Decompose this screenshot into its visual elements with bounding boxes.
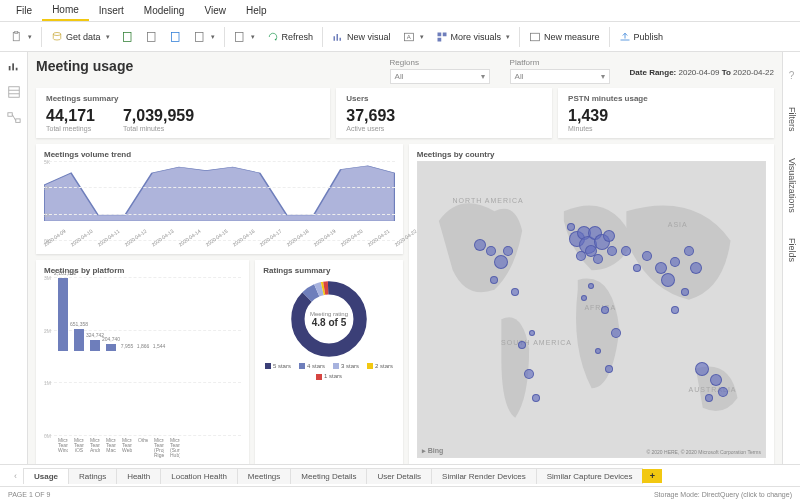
menu-home[interactable]: Home xyxy=(42,0,89,21)
sql-server-button[interactable] xyxy=(141,28,163,46)
svg-rect-6 xyxy=(195,32,203,41)
svg-rect-14 xyxy=(442,32,446,36)
svg-rect-1 xyxy=(15,31,18,33)
svg-rect-8 xyxy=(334,36,336,41)
report-canvas[interactable]: Meeting usage Regions All▾ Platform All▾… xyxy=(28,52,782,464)
regions-slicer[interactable]: Regions All▾ xyxy=(390,58,490,84)
filters-pane-tab[interactable]: Filters xyxy=(787,107,797,132)
svg-rect-20 xyxy=(8,87,19,98)
menu-view[interactable]: View xyxy=(194,1,236,20)
svg-point-2 xyxy=(53,32,61,35)
map-attribution: © 2020 HERE, © 2020 Microsoft Corporatio… xyxy=(646,449,761,455)
page-indicator: PAGE 1 OF 9 xyxy=(8,491,50,498)
svg-rect-18 xyxy=(12,63,14,70)
menu-help[interactable]: Help xyxy=(236,1,277,20)
view-switcher xyxy=(0,52,28,464)
ribbon: Get data Refresh New visual A More visua… xyxy=(0,22,800,52)
volume-trend-visual[interactable]: Meetings volume trend 5K3K1K0K 2020-04-0… xyxy=(36,144,403,254)
right-pane-tabs: ? Filters Visualizations Fields xyxy=(782,52,800,464)
map-visual[interactable]: Meetings by country NORTH AMERICA SOUTH … xyxy=(409,144,774,464)
model-view-icon[interactable] xyxy=(6,110,22,126)
chevron-down-icon: ▾ xyxy=(481,72,485,81)
svg-rect-3 xyxy=(123,32,131,41)
paste-button[interactable] xyxy=(6,28,37,46)
publish-button[interactable]: Publish xyxy=(614,28,669,46)
more-visuals-button[interactable]: More visuals xyxy=(431,28,516,46)
bing-logo: ▸ Bing xyxy=(422,447,444,455)
tab-health[interactable]: Health xyxy=(116,468,161,484)
svg-rect-24 xyxy=(15,119,19,123)
svg-rect-13 xyxy=(437,32,441,36)
data-view-icon[interactable] xyxy=(6,84,22,100)
svg-rect-0 xyxy=(13,32,19,40)
meetings-summary-card[interactable]: Meetings summary 44,171Total meetings 7,… xyxy=(36,88,330,138)
menu-insert[interactable]: Insert xyxy=(89,1,134,20)
svg-rect-7 xyxy=(235,32,243,41)
menu-file[interactable]: File xyxy=(6,1,42,20)
svg-rect-16 xyxy=(531,33,540,41)
new-visual-button[interactable]: New visual xyxy=(327,28,396,46)
svg-rect-17 xyxy=(8,66,10,70)
add-page-button[interactable]: + xyxy=(642,469,662,483)
tab-prev-icon[interactable]: ‹ xyxy=(14,471,17,481)
svg-rect-19 xyxy=(15,68,17,71)
page-title: Meeting usage xyxy=(36,58,370,74)
fields-pane-tab[interactable]: Fields xyxy=(787,238,797,262)
text-box-button[interactable]: A xyxy=(398,28,429,46)
svg-rect-9 xyxy=(337,34,339,41)
date-range: Date Range: 2020-04-09 To 2020-04-22 xyxy=(630,68,774,77)
report-view-icon[interactable] xyxy=(6,58,22,74)
transform-data-button[interactable] xyxy=(229,28,260,46)
svg-rect-5 xyxy=(171,32,179,41)
new-measure-button[interactable]: New measure xyxy=(524,28,605,46)
tab-similar-render-devices[interactable]: Similar Render Devices xyxy=(431,468,537,484)
svg-rect-10 xyxy=(340,37,342,40)
menu-modeling[interactable]: Modeling xyxy=(134,1,195,20)
refresh-button[interactable]: Refresh xyxy=(262,28,319,46)
tab-ratings[interactable]: Ratings xyxy=(68,468,117,484)
status-bar: PAGE 1 OF 9 Storage Mode: DirectQuery (c… xyxy=(0,486,800,502)
tab-similar-capture-devices[interactable]: Similar Capture Devices xyxy=(536,468,644,484)
users-card[interactable]: Users 37,693Active users xyxy=(336,88,552,138)
chevron-down-icon: ▾ xyxy=(601,72,605,81)
help-icon[interactable]: ? xyxy=(789,70,795,81)
tab-meeting-details[interactable]: Meeting Details xyxy=(290,468,367,484)
svg-rect-23 xyxy=(7,113,11,117)
svg-line-25 xyxy=(12,115,16,121)
recent-sources-button[interactable] xyxy=(189,28,220,46)
platform-bar-visual[interactable]: Meetings by platform 3M2M1M0M 2,161,8126… xyxy=(36,260,249,464)
tab-location-health[interactable]: Location Health xyxy=(160,468,238,484)
enter-data-button[interactable] xyxy=(165,28,187,46)
svg-rect-15 xyxy=(437,37,441,41)
menu-bar: FileHomeInsertModelingViewHelp xyxy=(0,0,800,22)
get-data-button[interactable]: Get data xyxy=(46,28,115,46)
tab-meetings[interactable]: Meetings xyxy=(237,468,291,484)
tab-user-details[interactable]: User Details xyxy=(366,468,432,484)
storage-mode[interactable]: Storage Mode: DirectQuery (click to chan… xyxy=(654,491,792,498)
ratings-donut-visual[interactable]: Ratings summary Meeting rating4.8 of 5 5… xyxy=(255,260,403,464)
tab-usage[interactable]: Usage xyxy=(23,468,69,484)
pstn-card[interactable]: PSTN minutes usage 1,439Minutes xyxy=(558,88,774,138)
excel-workbook-button[interactable] xyxy=(117,28,139,46)
visualizations-pane-tab[interactable]: Visualizations xyxy=(787,158,797,213)
svg-rect-4 xyxy=(147,32,155,41)
platform-slicer[interactable]: Platform All▾ xyxy=(510,58,610,84)
svg-text:A: A xyxy=(406,34,410,40)
page-tabs: ‹ UsageRatingsHealthLocation HealthMeeti… xyxy=(0,464,800,486)
